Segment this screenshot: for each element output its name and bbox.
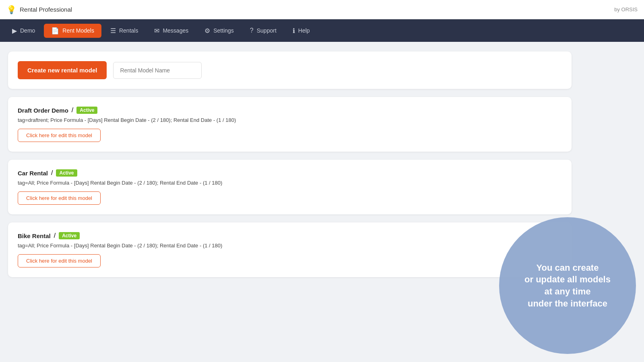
model-card-bike-rental: Bike Rental / Active tag=All; Price Form… [8, 222, 572, 277]
model-card-car-rental: Car Rental / Active tag=All; Price Formu… [8, 160, 572, 214]
model-card-draft-order-demo: Draft Order Demo / Active tag=draftrent;… [8, 97, 572, 152]
nav-label-support: Support [257, 27, 277, 34]
tooltip-text: You can createor update all modelsat any… [524, 262, 611, 310]
nav-item-rentals[interactable]: ☰ Rentals [103, 24, 145, 38]
nav-label-rentals: Rentals [119, 27, 138, 34]
nav-item-demo[interactable]: ▶ Demo [5, 24, 42, 38]
separator-2: / [51, 169, 53, 177]
bulb-icon: 💡 [6, 5, 17, 14]
status-badge-2: Active [56, 169, 77, 177]
separator-1: / [72, 107, 73, 114]
edit-model-button-1[interactable]: Click here for edit this model [18, 129, 101, 142]
nav-item-settings[interactable]: ⚙ Settings [197, 24, 241, 38]
main-content: Create new rental model Draft Order Demo… [0, 42, 580, 295]
create-row: Create new rental model [18, 61, 562, 79]
nav-item-rent-models[interactable]: 📄 Rent Models [44, 24, 101, 38]
demo-icon: ▶ [12, 27, 17, 35]
tooltip-bubble: You can createor update all modelsat any… [499, 217, 636, 354]
edit-model-button-3[interactable]: Click here for edit this model [18, 254, 101, 267]
status-badge-1: Active [76, 107, 97, 114]
model-header-2: Car Rental / Active [18, 169, 562, 177]
support-icon: ? [250, 27, 254, 34]
messages-icon: ✉ [154, 27, 159, 35]
rent-models-icon: 📄 [51, 27, 59, 35]
help-icon: ℹ [293, 27, 295, 35]
rentals-icon: ☰ [110, 27, 116, 35]
nav-item-help[interactable]: ℹ Help [285, 24, 317, 38]
create-new-model-button[interactable]: Create new rental model [18, 61, 107, 79]
model-name-input[interactable] [113, 62, 202, 79]
nav-item-support[interactable]: ? Support [243, 24, 284, 37]
top-bar: 💡 Rental Professional by ORSIS [0, 0, 644, 19]
model-desc-1: tag=draftrent; Price Formula - [Days] Re… [18, 117, 562, 123]
nav-item-messages[interactable]: ✉ Messages [147, 24, 196, 38]
edit-model-button-2[interactable]: Click here for edit this model [18, 191, 101, 205]
model-header-1: Draft Order Demo / Active [18, 107, 562, 114]
model-header-3: Bike Rental / Active [18, 232, 562, 239]
nav-label-settings: Settings [213, 27, 234, 34]
model-desc-2: tag=All; Price Formula - [Days] Rental B… [18, 180, 562, 186]
app-name: Rental Professional [20, 6, 72, 13]
nav-label-rent-models: Rent Models [62, 27, 94, 34]
separator-3: / [54, 232, 56, 239]
model-name-2: Car Rental [18, 170, 48, 177]
model-name-1: Draft Order Demo [18, 107, 68, 114]
app-logo: 💡 Rental Professional [6, 5, 72, 14]
status-badge-3: Active [59, 232, 80, 239]
model-desc-3: tag=All; Price Formula - [Days] Rental B… [18, 243, 562, 249]
create-card: Create new rental model [8, 51, 572, 89]
brand-label: by ORSIS [614, 6, 638, 12]
nav-label-help: Help [298, 27, 310, 34]
settings-icon: ⚙ [204, 27, 210, 35]
nav-label-demo: Demo [20, 27, 35, 34]
model-name-3: Bike Rental [18, 232, 51, 239]
nav-bar: ▶ Demo 📄 Rent Models ☰ Rentals ✉ Message… [0, 19, 644, 42]
nav-label-messages: Messages [163, 27, 188, 34]
